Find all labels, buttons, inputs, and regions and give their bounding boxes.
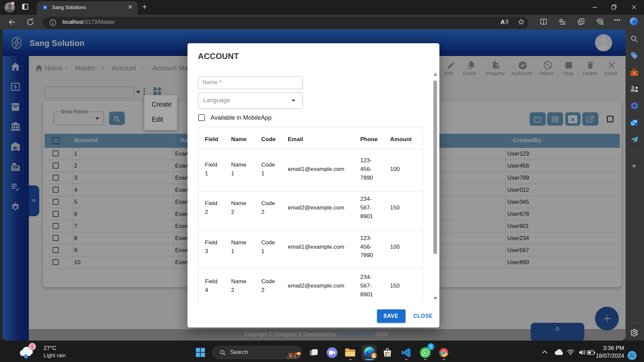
svg-text:A: A	[500, 19, 505, 25]
